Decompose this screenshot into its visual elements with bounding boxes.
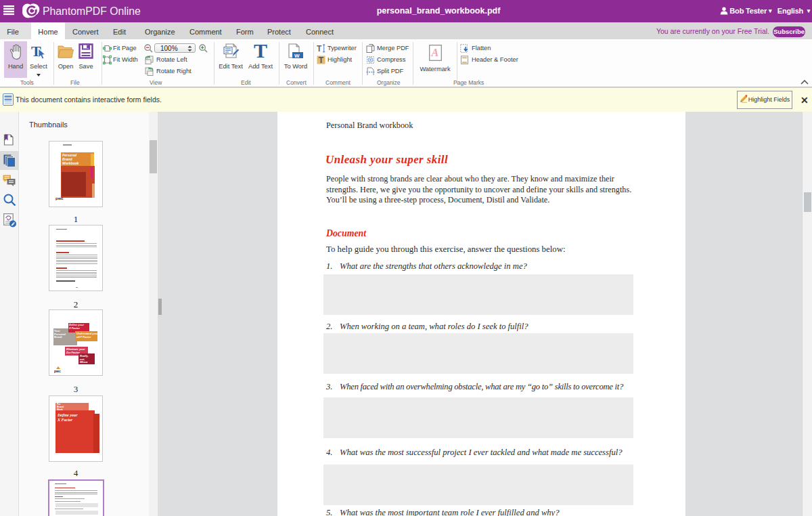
svg-text:W: W <box>294 53 300 59</box>
svg-text:A: A <box>431 47 439 58</box>
svg-text:T: T <box>319 56 324 64</box>
svg-text:T: T <box>317 44 322 53</box>
